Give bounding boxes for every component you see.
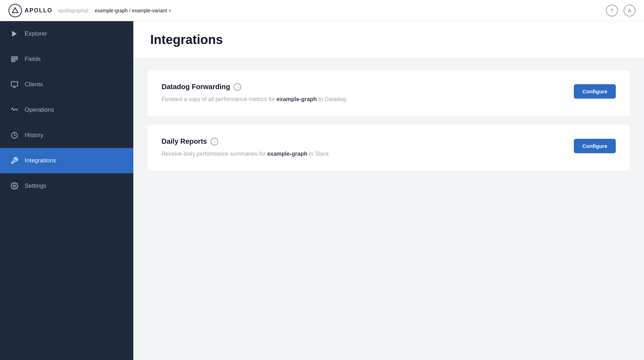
clients-icon xyxy=(10,80,19,89)
page-header: Integrations xyxy=(133,21,644,59)
sidebar-item-settings[interactable]: Settings xyxy=(0,173,133,199)
datadog-info-icon[interactable]: i xyxy=(233,83,241,91)
logo: APOLLO xyxy=(8,4,53,17)
daily-reports-card-body: Daily Reports i Receive daily performanc… xyxy=(162,137,563,158)
svg-marker-0 xyxy=(12,8,18,13)
sidebar-item-fields-label: Fields xyxy=(25,56,41,63)
question-icon: ? xyxy=(610,8,613,13)
fields-icon xyxy=(10,55,19,64)
sidebar-item-explorer[interactable]: Explorer xyxy=(0,21,133,46)
svg-point-9 xyxy=(13,185,16,187)
daily-reports-title-row: Daily Reports i xyxy=(162,137,563,145)
settings-icon xyxy=(10,181,19,191)
history-icon xyxy=(10,131,19,140)
topbar-left: APOLLO apollographql: example-graph / ex… xyxy=(8,4,171,17)
daily-reports-desc-prefix: Receive daily performance summaries for xyxy=(162,151,267,157)
datadog-configure-button[interactable]: Configure xyxy=(574,84,616,99)
datadog-card-desc: Forward a copy of all performance metric… xyxy=(162,95,563,104)
play-icon xyxy=(10,29,19,38)
sidebar: Explorer Fields Clients xyxy=(0,21,133,360)
daily-reports-desc-highlight: example-graph xyxy=(267,151,308,157)
sidebar-item-fields[interactable]: Fields xyxy=(0,46,133,72)
help-button[interactable]: ? xyxy=(606,5,618,17)
datadog-desc-prefix: Forward a copy of all performance metric… xyxy=(162,96,277,102)
user-button[interactable]: A xyxy=(624,5,636,17)
svg-rect-2 xyxy=(12,57,18,58)
user-icon: A xyxy=(628,8,631,13)
graph-selector-label: example-graph / example-variant xyxy=(95,8,167,13)
svg-marker-1 xyxy=(12,31,17,37)
layout: Explorer Fields Clients xyxy=(0,21,644,360)
sidebar-item-settings-label: Settings xyxy=(25,182,46,190)
main-content: Integrations Datadog Forwarding i Forwar… xyxy=(133,21,644,360)
datadog-card-body: Datadog Forwarding i Forward a copy of a… xyxy=(162,83,563,104)
logo-icon xyxy=(8,4,22,17)
daily-reports-configure-button[interactable]: Configure xyxy=(574,139,616,153)
chevron-down-icon: ▾ xyxy=(169,8,171,13)
sidebar-item-clients-label: Clients xyxy=(25,81,43,88)
datadog-card: Datadog Forwarding i Forward a copy of a… xyxy=(147,70,630,116)
integrations-icon xyxy=(10,156,19,165)
sidebar-item-history[interactable]: History xyxy=(0,123,133,148)
svg-rect-4 xyxy=(12,61,15,62)
topbar-right: ? A xyxy=(606,5,636,17)
sidebar-item-operations[interactable]: Operations xyxy=(0,97,133,123)
datadog-card-title: Datadog Forwarding xyxy=(162,83,230,91)
sidebar-item-explorer-label: Explorer xyxy=(25,30,47,37)
datadog-desc-highlight: example-graph xyxy=(277,96,317,102)
daily-reports-card-title: Daily Reports xyxy=(162,137,207,145)
operations-icon xyxy=(10,105,19,114)
svg-rect-5 xyxy=(11,82,18,86)
daily-reports-card: Daily Reports i Receive daily performanc… xyxy=(147,125,630,171)
logo-text: APOLLO xyxy=(25,7,53,14)
datadog-title-row: Datadog Forwarding i xyxy=(162,83,563,91)
sidebar-item-clients[interactable]: Clients xyxy=(0,72,133,97)
daily-reports-info-icon[interactable]: i xyxy=(211,138,218,145)
daily-reports-card-desc: Receive daily performance summaries for … xyxy=(162,150,563,158)
svg-rect-3 xyxy=(12,58,18,60)
page-title: Integrations xyxy=(150,32,627,47)
graph-selector[interactable]: example-graph / example-variant ▾ xyxy=(95,8,171,13)
sidebar-item-operations-label: Operations xyxy=(25,106,54,113)
datadog-desc-suffix: to Datadog. xyxy=(317,96,347,102)
org-label: apollographql: xyxy=(58,8,89,13)
sidebar-item-integrations-label: Integrations xyxy=(25,157,56,164)
content-area: Datadog Forwarding i Forward a copy of a… xyxy=(133,59,644,191)
daily-reports-desc-suffix: in Slack. xyxy=(307,151,330,157)
sidebar-item-integrations[interactable]: Integrations xyxy=(0,148,133,173)
topbar: APOLLO apollographql: example-graph / ex… xyxy=(0,0,644,21)
sidebar-item-history-label: History xyxy=(25,132,43,139)
